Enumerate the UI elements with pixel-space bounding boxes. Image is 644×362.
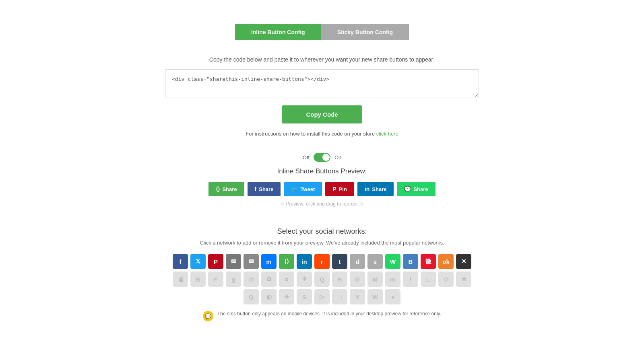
pinterest-icon: P xyxy=(332,186,336,192)
network-whatsapp[interactable]: W xyxy=(385,254,400,269)
network-pocket[interactable]: ◇ xyxy=(438,272,454,287)
share-btn-facebook[interactable]: f Share xyxy=(248,182,281,196)
network-messenger[interactable]: m xyxy=(261,254,277,269)
network-folkd[interactable]: ✿ xyxy=(261,272,277,287)
facebook-icon: f xyxy=(255,186,257,192)
networks-subtitle: Click a network to add or remove it from… xyxy=(200,240,444,246)
network-twitter[interactable]: 𝕏 xyxy=(190,254,206,269)
networks-title: Select your social networks: xyxy=(277,227,367,236)
toggle-on-label: On xyxy=(334,154,341,160)
code-textarea[interactable]: <div class="sharethis-inline-share-butto… xyxy=(165,69,479,97)
network-yummly[interactable]: Y xyxy=(350,289,365,304)
network-row-2: 🖨 B F g @ ✿ ≡ ✳ Q H G M m ! □ ◇ ★ xyxy=(173,272,471,287)
share-btn-linkedin[interactable]: in Share xyxy=(357,182,394,196)
tab-bar: Inline Button Config Sticky Button Confi… xyxy=(235,24,409,40)
network-facebook[interactable]: f xyxy=(173,254,188,269)
network-wechat[interactable]: ♦ xyxy=(385,289,400,304)
network-instapaper[interactable]: ! xyxy=(403,272,418,287)
instruction-text: Copy the code below and paste it to wher… xyxy=(209,56,435,63)
network-xing[interactable]: ✕ xyxy=(456,254,471,269)
toggle-switch[interactable] xyxy=(314,153,330,162)
drag-hint: ☆ Preview: click and drag to reorder ☆ xyxy=(280,201,363,207)
share-btn-pinterest[interactable]: P Pin xyxy=(325,182,354,196)
network-reddit[interactable]: r xyxy=(314,254,330,269)
network-gmail[interactable]: M xyxy=(367,272,383,287)
tab-inline[interactable]: Inline Button Config xyxy=(235,24,321,40)
network-qq[interactable]: Q xyxy=(314,272,330,287)
network-plurk[interactable]: ✈ xyxy=(279,289,294,304)
network-sms[interactable]: ✉ xyxy=(244,254,259,269)
sharethis-icon: ⟨⟩ xyxy=(216,186,220,192)
share-buttons-preview: ⟨⟩ Share f Share 🐦 Tweet P Pin in Share … xyxy=(208,182,435,196)
sms-note: 💬 The sms button only appears on mobile … xyxy=(203,311,441,321)
network-email[interactable]: ✉ xyxy=(226,254,241,269)
share-btn-whatsapp[interactable]: 💬 Share xyxy=(397,182,435,196)
linkedin-icon: in xyxy=(365,186,369,192)
network-skype[interactable]: S xyxy=(297,289,312,304)
network-sharethis[interactable]: ⟨⟩ xyxy=(279,254,294,269)
network-vk[interactable]: B xyxy=(403,254,418,269)
network-digg[interactable]: d xyxy=(350,254,365,269)
network-blogger[interactable]: B xyxy=(190,272,206,287)
network-flipboard[interactable]: F xyxy=(208,272,223,287)
install-text: For instructions on how to install this … xyxy=(246,131,398,137)
network-grid: f 𝕏 P ✉ ✉ m ⟨⟩ in r t d s W B 微 ok ✕ 🖨 B… xyxy=(173,254,471,304)
network-livejournal[interactable]: ◐ xyxy=(261,289,277,304)
whatsapp-icon: 💬 xyxy=(404,186,411,192)
install-link[interactable]: click here xyxy=(376,131,398,137)
network-buffer[interactable]: ≡ xyxy=(279,272,294,287)
network-meneame[interactable]: m xyxy=(385,272,400,287)
network-icondock[interactable]: □ xyxy=(421,272,436,287)
toggle-row: Off On xyxy=(303,153,341,162)
share-btn-sharethis[interactable]: ⟨⟩ Share xyxy=(208,182,244,196)
network-quora[interactable]: Q xyxy=(244,289,259,304)
section-divider xyxy=(165,215,479,215)
network-row-1: f 𝕏 P ✉ ✉ m ⟨⟩ in r t d s W B 微 ok ✕ xyxy=(173,254,471,269)
network-weibo[interactable]: 微 xyxy=(421,254,436,269)
sms-note-icon: 💬 xyxy=(203,311,213,321)
network-linkedin[interactable]: in xyxy=(297,254,312,269)
network-goodreads[interactable]: g xyxy=(226,272,241,287)
network-gplus[interactable]: □ xyxy=(332,289,347,304)
network-tumblr[interactable]: t xyxy=(332,254,347,269)
network-wordpress[interactable]: W xyxy=(367,289,383,304)
network-hackernews[interactable]: H xyxy=(332,272,347,287)
network-google[interactable]: G xyxy=(350,272,365,287)
network-pinterest[interactable]: P xyxy=(208,254,223,269)
network-at[interactable]: @ xyxy=(244,272,259,287)
network-kakaotalk[interactable]: ✳ xyxy=(297,272,312,287)
network-favorites[interactable]: ★ xyxy=(456,272,471,287)
network-row-3: Q ◐ ✈ S ▷ □ Y W ♦ xyxy=(173,289,471,304)
network-stumble[interactable]: s xyxy=(367,254,383,269)
network-telegram[interactable]: ▷ xyxy=(314,289,330,304)
tab-sticky[interactable]: Sticky Button Config xyxy=(321,24,409,40)
network-ok[interactable]: ok xyxy=(438,254,454,269)
share-btn-twitter[interactable]: 🐦 Tweet xyxy=(284,182,322,196)
toggle-off-label: Off xyxy=(303,154,310,160)
preview-title: Inline Share Buttons Preview: xyxy=(277,167,367,175)
copy-code-button[interactable]: Copy Code xyxy=(282,105,362,123)
network-print[interactable]: 🖨 xyxy=(173,272,188,287)
main-container: Inline Button Config Sticky Button Confi… xyxy=(165,24,479,321)
twitter-icon: 🐦 xyxy=(291,186,298,192)
